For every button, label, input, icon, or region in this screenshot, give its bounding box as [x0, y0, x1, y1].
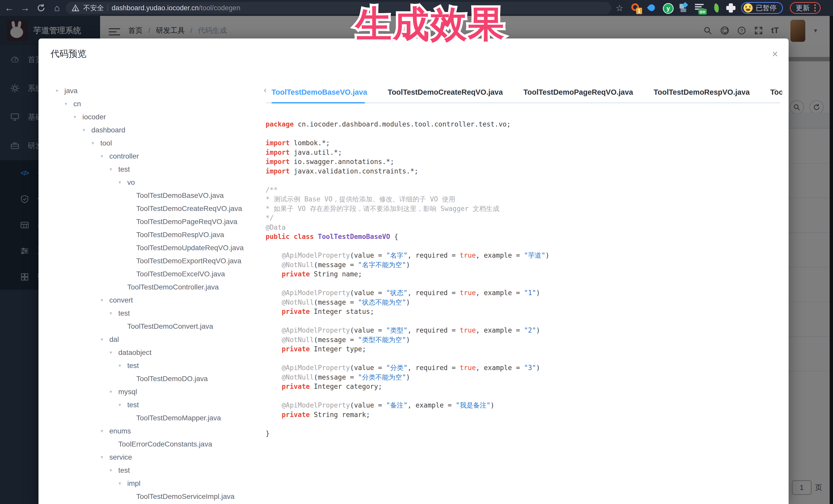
browser-home-icon[interactable]: ⌂ — [50, 0, 64, 16]
code-line: @ApiModelProperty(value = "状态", required… — [266, 288, 781, 298]
tree-file[interactable]: ToolTestDemoExcelVO.java — [51, 267, 264, 281]
address-bar[interactable]: 不安全 dashboard.yudao.iocoder.cn/tool/code… — [66, 2, 611, 14]
tree-file[interactable]: ToolTestDemoUpdateReqVO.java — [51, 241, 264, 254]
tree-file[interactable]: ToolTestDemoController.java — [51, 281, 264, 293]
caret-down-icon: ▾ — [110, 310, 118, 316]
code-line: /** — [266, 185, 781, 195]
tree-label: impl — [127, 479, 140, 487]
code-line: @ApiModelProperty(value = "备注", example … — [266, 401, 781, 410]
code-line: public class ToolTestDemoBaseVO { — [266, 232, 781, 241]
code-line: } — [266, 429, 781, 438]
tree-label: ToolTestDemoConvert.java — [127, 322, 213, 331]
extension-drop-icon[interactable] — [647, 3, 657, 13]
tree-label: ToolTestDemoRespVO.java — [136, 231, 224, 239]
tree-label: iocoder — [82, 113, 106, 121]
security-label: 不安全 — [83, 3, 104, 13]
profile-avatar-emoji — [743, 3, 753, 13]
tree-file[interactable]: ToolTestDemoRespVO.java — [51, 228, 264, 241]
caret-down-icon: ▾ — [119, 363, 127, 368]
code-line: import lombok.*; — [266, 138, 781, 148]
file-tab[interactable]: ToolTestDemoPageReqVO.java — [523, 88, 633, 96]
tree-folder[interactable]: ▾java — [51, 84, 264, 97]
tree-folder[interactable]: ▾cn — [51, 97, 264, 110]
caret-down-icon: ▾ — [110, 166, 118, 172]
tree-folder[interactable]: ▾service — [51, 451, 264, 464]
tree-folder[interactable]: ▾enums — [51, 425, 264, 437]
tree-file[interactable]: ToolTestDemoDO.java — [51, 372, 264, 385]
tree-folder[interactable]: ▾dal — [51, 333, 264, 346]
caret-down-icon: ▾ — [101, 454, 109, 460]
tree-label: dashboard — [91, 126, 125, 134]
tree-folder[interactable]: ▾mysql — [51, 385, 264, 398]
extensions-puzzle-icon[interactable] — [726, 3, 736, 13]
code-line — [266, 354, 781, 363]
caret-down-icon: ▾ — [110, 389, 118, 395]
tree-folder[interactable]: ▾test — [51, 307, 264, 320]
tree-label: dal — [109, 335, 119, 344]
profile-paused-badge[interactable]: 已暂停 — [741, 2, 783, 14]
extension-squares-icon[interactable] — [679, 3, 689, 13]
browser-menu-icon[interactable] — [814, 4, 816, 11]
close-icon[interactable]: × — [767, 46, 783, 62]
caret-down-icon: ▾ — [101, 153, 109, 159]
code-line — [266, 279, 781, 288]
code-line: @NotNull(message = "状态不能为空") — [266, 298, 781, 307]
browser-forward-icon[interactable]: → — [19, 0, 32, 16]
browser-update-button[interactable]: 更新 — [790, 2, 821, 14]
extension-badge: 1 — [636, 8, 642, 14]
tree-file[interactable]: ToolTestDemoPageReqVO.java — [51, 215, 264, 228]
tree-file[interactable]: ToolTestDemoMapper.java — [51, 411, 264, 425]
dialog-title: 代码预览 — [51, 48, 87, 60]
tree-folder[interactable]: ▾iocoder — [51, 110, 264, 123]
code-line: @ApiModelProperty(value = "名字", required… — [266, 251, 781, 260]
code-line: * 如果子 VO 存在差异的字段，请不要添加到这里，影响 Swagger 文档生… — [266, 204, 781, 214]
browser-reload-icon[interactable] — [34, 0, 48, 16]
caret-down-icon: ▾ — [101, 297, 109, 303]
extension-leaf-icon[interactable] — [711, 3, 722, 13]
tree-folder[interactable]: ▾controller — [51, 150, 264, 163]
tree-label: ToolTestDemoServiceImpl.java — [136, 493, 235, 501]
tree-folder[interactable]: ▾test — [51, 398, 264, 411]
address-divider — [108, 5, 108, 11]
tree-folder[interactable]: ▾dashboard — [51, 123, 264, 137]
caret-down-icon: ▾ — [119, 402, 127, 408]
tabs-prev-icon[interactable]: ‹ — [264, 85, 267, 95]
code-line: import javax.validation.constraints.*; — [266, 167, 781, 176]
tree-file[interactable]: ToolTestDemoExportReqVO.java — [51, 254, 264, 267]
tree-folder[interactable]: ▾test — [51, 163, 264, 176]
tree-folder[interactable]: ▾test — [51, 359, 264, 372]
tree-label: ToolTestDemoPageReqVO.java — [136, 218, 237, 226]
tree-label: ToolTestDemoDO.java — [136, 375, 208, 383]
code-line: @NotNull(message = "类型不能为空") — [266, 335, 781, 345]
file-tab[interactable]: ToolTe — [770, 88, 782, 96]
tree-folder[interactable]: ▾test — [51, 464, 264, 477]
tree-folder[interactable]: ▾tool — [51, 137, 264, 150]
tree-folder[interactable]: ▾dataobject — [51, 346, 264, 359]
file-tab[interactable]: ToolTestDemoCreateReqVO.java — [388, 88, 503, 96]
caret-down-icon: ▾ — [65, 101, 73, 107]
file-tab[interactable]: ToolTestDemoRespVO.java — [653, 88, 749, 96]
extension-orange-icon[interactable]: 1 — [631, 3, 641, 13]
screen: ← → ⌂ 不安全 dashboard.yudao.iocoder.cn/too… — [0, 0, 833, 504]
tree-file[interactable]: ToolTestDemoBaseVO.java — [51, 189, 264, 202]
browser-back-icon[interactable]: ← — [3, 0, 16, 16]
tree-folder[interactable]: ▾impl — [51, 477, 264, 490]
extension-green-icon[interactable]: y — [663, 3, 673, 13]
tree-file[interactable]: ToolErrorCodeConstants.java — [51, 437, 264, 451]
code-line: private String remark; — [266, 410, 781, 419]
code-line — [266, 316, 781, 326]
tree-label: mysql — [118, 388, 137, 396]
caret-down-icon: ▾ — [101, 336, 109, 342]
file-tab[interactable]: ToolTestDemoBaseVO.java — [271, 88, 367, 96]
extension-list-icon[interactable]: on — [695, 3, 705, 13]
tree-label: ToolErrorCodeConstants.java — [118, 440, 212, 448]
tree-file[interactable]: ToolTestDemoServiceImpl.java — [51, 490, 264, 503]
bookmark-star-icon[interactable]: ☆ — [614, 0, 625, 16]
tree-file[interactable]: ToolTestDemoCreateReqVO.java — [51, 202, 264, 215]
tree-file[interactable]: ToolTestDemoConvert.java — [51, 320, 264, 333]
tree-label: dataobject — [118, 349, 151, 357]
tree-label: enums — [109, 427, 131, 435]
tree-folder[interactable]: ▾convert — [51, 293, 264, 307]
tree-folder[interactable]: ▾vo — [51, 176, 264, 189]
code-viewer: package cn.iocoder.dashboard.modules.too… — [266, 120, 781, 438]
